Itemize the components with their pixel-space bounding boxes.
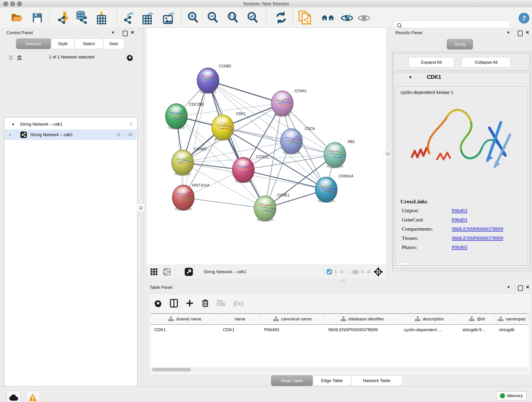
- network-list-header: 1 of 1 Network selected: [0, 52, 143, 63]
- gene-expander-icon[interactable]: ▼: [409, 75, 412, 80]
- node-label-CCNA2: CCNA2: [256, 155, 268, 159]
- hidden-count: 0 - 0: [361, 269, 370, 274]
- column-header--id[interactable]: @id: [459, 314, 495, 324]
- tab-network[interactable]: Network: [16, 38, 51, 49]
- table-cell: P06493: [260, 325, 325, 335]
- fit-selected-crosshair-icon[interactable]: [374, 267, 383, 276]
- zoom-in-icon[interactable]: [186, 11, 200, 25]
- crosslink-link[interactable]: P06493: [452, 217, 467, 223]
- crosslink-link[interactable]: P06493: [452, 244, 467, 250]
- table-options-gear-icon[interactable]: [154, 299, 162, 307]
- import-network-from-database-icon[interactable]: [75, 11, 89, 25]
- refresh-icon[interactable]: [274, 11, 288, 25]
- collapse-all-button[interactable]: Collapse All: [462, 57, 511, 68]
- network-canvas[interactable]: CCNB2CCNA1CDC25BCDK1CDC6RB1CCNB1CCNA2CDK…: [147, 28, 386, 265]
- tab-edge-table[interactable]: Edge Table: [313, 375, 351, 386]
- tab-node-table[interactable]: Node Table: [271, 375, 313, 386]
- grid-view-icon[interactable]: [150, 268, 158, 275]
- tab-sets[interactable]: Sets: [103, 38, 124, 49]
- network-row[interactable]: ● String Network – cdk1 11 48: [5, 129, 137, 140]
- table-hscrollbar[interactable]: [151, 367, 528, 372]
- help-icon[interactable]: ?: [517, 11, 531, 25]
- node-CDKN1A[interactable]: CDKN1A: [315, 174, 354, 203]
- table-cell: stringdb: [495, 325, 529, 335]
- birdseye-view-icon[interactable]: [184, 268, 193, 276]
- add-column-icon[interactable]: [186, 299, 194, 307]
- cloud-button[interactable]: [6, 390, 21, 402]
- node-HIST1H1A[interactable]: HIST1H1A: [172, 183, 210, 211]
- title-bar: Session: New Session: [0, 0, 532, 7]
- import-network-icon[interactable]: [55, 11, 69, 25]
- table-panel-float-icon[interactable]: [518, 285, 523, 291]
- show-all-networks-icon[interactable]: [321, 11, 335, 25]
- zoom-selected-icon[interactable]: [246, 11, 260, 25]
- node-CCNE1[interactable]: CCNE1: [254, 193, 290, 222]
- fit-content-icon[interactable]: [226, 11, 240, 25]
- export-network-icon[interactable]: [121, 11, 136, 25]
- export-image-icon[interactable]: [162, 11, 176, 25]
- expand-all-button[interactable]: Expand All: [409, 57, 454, 68]
- column-header-shared-name[interactable]: shared name: [151, 314, 219, 324]
- network-share-icon[interactable]: [163, 268, 171, 276]
- crosslink-link[interactable]: 9606.ENSP00000378699: [452, 226, 503, 232]
- show-selected-icon[interactable]: [356, 11, 371, 25]
- import-table-icon[interactable]: [94, 11, 109, 25]
- node-CDC6[interactable]: CDC6: [280, 127, 315, 154]
- results-panel-close-icon[interactable]: ✕: [526, 30, 529, 35]
- node-count: 11: [116, 132, 121, 137]
- results-panel-menu-icon[interactable]: ▾: [507, 30, 510, 35]
- node-RB1[interactable]: RB1: [324, 140, 355, 168]
- copy-network-icon[interactable]: [298, 11, 312, 25]
- node-label-CDC25B: CDC25B: [189, 102, 204, 106]
- tab-select[interactable]: Select: [75, 38, 103, 49]
- selected-checkbox-icon[interactable]: [326, 269, 332, 275]
- column-header-namespac[interactable]: namespac: [495, 314, 529, 324]
- results-panel-title: Results Panel: [395, 30, 422, 35]
- crosslink-link[interactable]: 9606.ENSP00000378699: [452, 235, 503, 241]
- control-panel-title: Control Panel: [6, 30, 33, 35]
- results-hscroll-thumb[interactable]: [396, 263, 406, 265]
- column-header-database-identifier[interactable]: database identifier: [325, 314, 400, 324]
- status-bar: Memory: [0, 386, 532, 402]
- results-panel-float-icon[interactable]: [518, 31, 523, 36]
- column-header-description[interactable]: description: [400, 314, 459, 324]
- node-CCNA1[interactable]: CCNA1: [271, 89, 307, 117]
- network-options-gear-icon[interactable]: [127, 54, 133, 61]
- node-CDK1[interactable]: CDK1: [212, 112, 246, 141]
- table-hscroll-thumb[interactable]: [152, 368, 191, 371]
- string-results-container: Expand All Collapse All ▼ CDK1 cyclin-de…: [392, 51, 531, 271]
- crosslink-row: Uniprot:P06493: [402, 208, 526, 215]
- node-CCNB2[interactable]: CCNB2: [197, 64, 231, 94]
- hide-selected-icon[interactable]: [340, 11, 354, 25]
- network-collection-row[interactable]: ▼ String Network – cdk1 1: [5, 119, 137, 129]
- node-label-CDC6: CDC6: [305, 127, 315, 131]
- export-table-icon[interactable]: [141, 11, 155, 25]
- open-session-icon[interactable]: [10, 11, 24, 25]
- tree-expander-icon[interactable]: ▼: [12, 122, 15, 126]
- splitter-handle[interactable]: [340, 279, 345, 283]
- table-cell: cyclin-dependent ...: [400, 325, 459, 335]
- table-row[interactable]: CDK1CDK1P064939606.ENSP00000378699cyclin…: [151, 325, 529, 335]
- warnings-button[interactable]: [26, 390, 40, 402]
- tab-string[interactable]: String: [447, 39, 473, 50]
- column-header-label: namespac: [506, 317, 526, 322]
- memory-button[interactable]: Memory: [496, 391, 526, 400]
- node-label-CCNB2: CCNB2: [219, 64, 231, 68]
- node-label-CDKN1A: CDKN1A: [339, 174, 354, 178]
- crosslink-link[interactable]: P06493: [452, 208, 467, 213]
- save-session-icon[interactable]: [30, 11, 44, 25]
- table-panel-menu-icon[interactable]: ▾: [507, 284, 510, 290]
- left-splitter-handle[interactable]: [137, 204, 145, 212]
- warning-icon: [28, 393, 37, 402]
- column-header-name[interactable]: name: [219, 314, 260, 324]
- show-columns-icon[interactable]: [170, 299, 178, 307]
- tab-style[interactable]: Style: [51, 38, 75, 49]
- delete-column-icon[interactable]: [201, 299, 209, 307]
- column-header-canonical-name[interactable]: canonical name: [260, 314, 325, 324]
- table-panel-close-icon[interactable]: ✕: [526, 284, 530, 290]
- tab-network-table[interactable]: Network Table: [351, 375, 402, 386]
- control-panel-menu-icon[interactable]: ▾: [112, 30, 114, 35]
- zoom-out-icon[interactable]: [206, 11, 220, 25]
- control-panel-float-icon[interactable]: [123, 31, 128, 36]
- control-panel-close-icon[interactable]: ✕: [131, 30, 134, 35]
